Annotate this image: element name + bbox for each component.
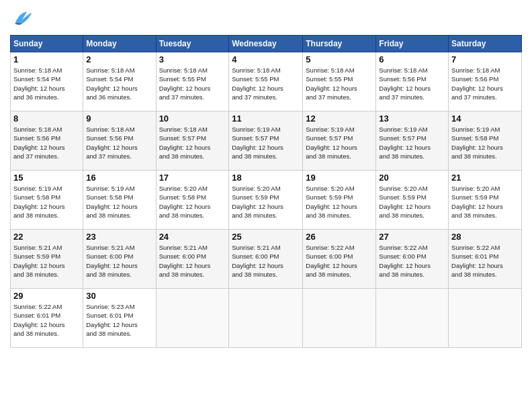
calendar-header-thursday: Thursday	[303, 36, 376, 52]
day-info: Sunrise: 5:18 AM Sunset: 5:55 PM Dayligh…	[159, 66, 226, 101]
calendar-cell	[303, 289, 376, 348]
day-number: 12	[306, 113, 373, 124]
calendar-week-1: 8Sunrise: 5:18 AM Sunset: 5:56 PM Daylig…	[11, 111, 522, 171]
calendar-header-sunday: Sunday	[11, 36, 83, 52]
day-number: 16	[86, 173, 152, 183]
day-number: 17	[159, 173, 226, 183]
calendar-cell: 16Sunrise: 5:19 AM Sunset: 5:58 PM Dayli…	[83, 171, 156, 230]
calendar-cell: 29Sunrise: 5:22 AM Sunset: 6:01 PM Dayli…	[11, 289, 83, 348]
day-number: 30	[86, 291, 152, 301]
calendar-cell: 27Sunrise: 5:22 AM Sunset: 6:00 PM Dayli…	[376, 230, 449, 289]
day-number: 25	[232, 232, 300, 242]
calendar-cell: 5Sunrise: 5:18 AM Sunset: 5:55 PM Daylig…	[303, 52, 376, 111]
day-number: 18	[232, 173, 300, 183]
day-number: 8	[13, 113, 80, 124]
calendar-cell: 10Sunrise: 5:18 AM Sunset: 5:57 PM Dayli…	[156, 111, 229, 171]
logo-icon	[10, 7, 34, 31]
calendar-cell: 30Sunrise: 5:23 AM Sunset: 6:01 PM Dayli…	[83, 289, 156, 348]
day-number: 24	[159, 232, 226, 242]
calendar-header-tuesday: Tuesday	[156, 36, 229, 52]
day-number: 1	[13, 54, 80, 64]
day-info: Sunrise: 5:20 AM Sunset: 5:59 PM Dayligh…	[306, 184, 373, 220]
header	[10, 7, 522, 31]
calendar-cell: 7Sunrise: 5:18 AM Sunset: 5:56 PM Daylig…	[449, 52, 522, 111]
day-info: Sunrise: 5:18 AM Sunset: 5:55 PM Dayligh…	[232, 66, 300, 101]
day-info: Sunrise: 5:18 AM Sunset: 5:57 PM Dayligh…	[159, 125, 226, 161]
day-number: 29	[13, 291, 80, 301]
day-info: Sunrise: 5:22 AM Sunset: 6:00 PM Dayligh…	[306, 243, 373, 279]
day-number: 11	[232, 113, 300, 124]
day-number: 22	[13, 232, 80, 242]
calendar-cell: 15Sunrise: 5:19 AM Sunset: 5:58 PM Dayli…	[11, 171, 83, 230]
calendar-cell	[156, 289, 229, 348]
calendar-cell: 26Sunrise: 5:22 AM Sunset: 6:00 PM Dayli…	[303, 230, 376, 289]
page: SundayMondayTuesdayWednesdayThursdayFrid…	[0, 0, 532, 411]
calendar-cell: 13Sunrise: 5:19 AM Sunset: 5:57 PM Dayli…	[376, 111, 449, 171]
day-number: 6	[379, 54, 445, 64]
day-info: Sunrise: 5:19 AM Sunset: 5:57 PM Dayligh…	[306, 125, 373, 161]
day-info: Sunrise: 5:18 AM Sunset: 5:56 PM Dayligh…	[13, 125, 80, 161]
calendar-cell: 25Sunrise: 5:21 AM Sunset: 6:00 PM Dayli…	[229, 230, 303, 289]
day-info: Sunrise: 5:19 AM Sunset: 5:57 PM Dayligh…	[232, 125, 300, 161]
day-number: 5	[306, 54, 373, 64]
calendar-cell: 8Sunrise: 5:18 AM Sunset: 5:56 PM Daylig…	[11, 111, 83, 171]
calendar-cell: 11Sunrise: 5:19 AM Sunset: 5:57 PM Dayli…	[229, 111, 303, 171]
calendar-cell	[449, 289, 522, 348]
day-info: Sunrise: 5:23 AM Sunset: 6:01 PM Dayligh…	[86, 302, 152, 338]
calendar-cell: 23Sunrise: 5:21 AM Sunset: 6:00 PM Dayli…	[83, 230, 156, 289]
calendar-cell: 9Sunrise: 5:18 AM Sunset: 5:56 PM Daylig…	[83, 111, 156, 171]
calendar-cell: 17Sunrise: 5:20 AM Sunset: 5:58 PM Dayli…	[156, 171, 229, 230]
day-info: Sunrise: 5:20 AM Sunset: 5:59 PM Dayligh…	[379, 184, 445, 220]
calendar-week-4: 29Sunrise: 5:22 AM Sunset: 6:01 PM Dayli…	[11, 289, 522, 348]
day-number: 7	[451, 54, 519, 64]
day-number: 20	[379, 173, 445, 183]
day-info: Sunrise: 5:19 AM Sunset: 5:58 PM Dayligh…	[451, 125, 519, 161]
calendar-cell: 21Sunrise: 5:20 AM Sunset: 5:59 PM Dayli…	[449, 171, 522, 230]
calendar-cell: 1Sunrise: 5:18 AM Sunset: 5:54 PM Daylig…	[11, 52, 83, 111]
calendar-cell: 12Sunrise: 5:19 AM Sunset: 5:57 PM Dayli…	[303, 111, 376, 171]
day-info: Sunrise: 5:18 AM Sunset: 5:56 PM Dayligh…	[451, 66, 519, 101]
calendar-cell: 3Sunrise: 5:18 AM Sunset: 5:55 PM Daylig…	[156, 52, 229, 111]
calendar-cell: 2Sunrise: 5:18 AM Sunset: 5:54 PM Daylig…	[83, 52, 156, 111]
day-number: 3	[159, 54, 226, 64]
day-number: 15	[13, 173, 80, 183]
day-number: 23	[86, 232, 152, 242]
calendar-cell: 4Sunrise: 5:18 AM Sunset: 5:55 PM Daylig…	[229, 52, 303, 111]
day-number: 2	[86, 54, 152, 64]
calendar-table: SundayMondayTuesdayWednesdayThursdayFrid…	[10, 35, 522, 348]
calendar-week-0: 1Sunrise: 5:18 AM Sunset: 5:54 PM Daylig…	[11, 52, 522, 111]
calendar-header-saturday: Saturday	[449, 36, 522, 52]
day-number: 19	[306, 173, 373, 183]
day-info: Sunrise: 5:21 AM Sunset: 5:59 PM Dayligh…	[13, 243, 80, 279]
day-number: 9	[86, 113, 152, 124]
day-number: 14	[451, 113, 519, 124]
day-number: 10	[159, 113, 226, 124]
calendar-week-3: 22Sunrise: 5:21 AM Sunset: 5:59 PM Dayli…	[11, 230, 522, 289]
day-info: Sunrise: 5:21 AM Sunset: 6:00 PM Dayligh…	[232, 243, 300, 279]
day-info: Sunrise: 5:20 AM Sunset: 5:58 PM Dayligh…	[159, 184, 226, 220]
day-info: Sunrise: 5:21 AM Sunset: 6:00 PM Dayligh…	[159, 243, 226, 279]
day-number: 13	[379, 113, 445, 124]
day-number: 27	[379, 232, 445, 242]
calendar-cell: 20Sunrise: 5:20 AM Sunset: 5:59 PM Dayli…	[376, 171, 449, 230]
day-info: Sunrise: 5:20 AM Sunset: 5:59 PM Dayligh…	[451, 184, 519, 220]
day-number: 21	[451, 173, 519, 183]
day-info: Sunrise: 5:21 AM Sunset: 6:00 PM Dayligh…	[86, 243, 152, 279]
day-number: 26	[306, 232, 373, 242]
day-info: Sunrise: 5:22 AM Sunset: 6:01 PM Dayligh…	[13, 302, 80, 338]
day-info: Sunrise: 5:19 AM Sunset: 5:58 PM Dayligh…	[86, 184, 152, 220]
logo	[10, 7, 37, 31]
calendar-cell: 14Sunrise: 5:19 AM Sunset: 5:58 PM Dayli…	[449, 111, 522, 171]
day-info: Sunrise: 5:22 AM Sunset: 6:01 PM Dayligh…	[451, 243, 519, 279]
day-info: Sunrise: 5:20 AM Sunset: 5:59 PM Dayligh…	[232, 184, 300, 220]
day-number: 4	[232, 54, 300, 64]
calendar-week-2: 15Sunrise: 5:19 AM Sunset: 5:58 PM Dayli…	[11, 171, 522, 230]
calendar-cell: 18Sunrise: 5:20 AM Sunset: 5:59 PM Dayli…	[229, 171, 303, 230]
day-info: Sunrise: 5:22 AM Sunset: 6:00 PM Dayligh…	[379, 243, 445, 279]
calendar-cell	[229, 289, 303, 348]
day-number: 28	[451, 232, 519, 242]
day-info: Sunrise: 5:18 AM Sunset: 5:56 PM Dayligh…	[379, 66, 445, 101]
calendar-cell: 22Sunrise: 5:21 AM Sunset: 5:59 PM Dayli…	[11, 230, 83, 289]
calendar-header-row: SundayMondayTuesdayWednesdayThursdayFrid…	[11, 36, 522, 52]
calendar-cell: 6Sunrise: 5:18 AM Sunset: 5:56 PM Daylig…	[376, 52, 449, 111]
